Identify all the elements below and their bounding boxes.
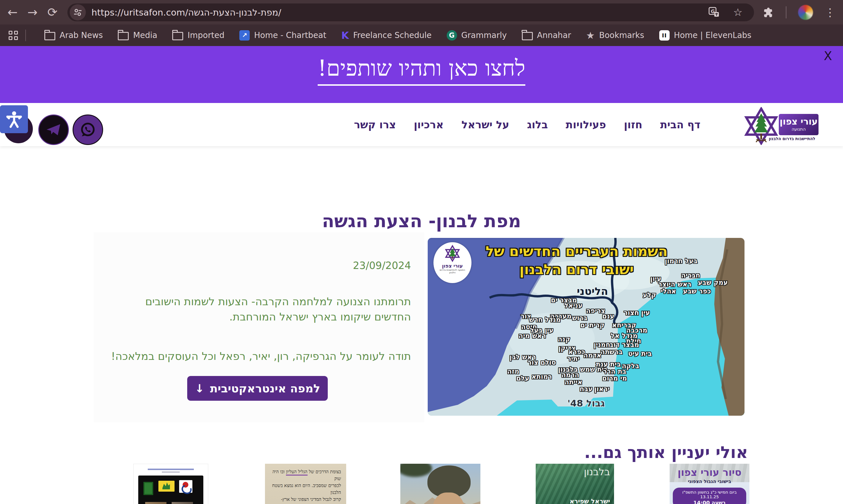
nav-item-2[interactable]: חזון: [624, 119, 642, 131]
green-logo: [143, 482, 153, 495]
folder-icon: [172, 32, 183, 40]
bookmark-item[interactable]: Arab News: [44, 31, 103, 40]
map-place-label: בעל חרמון: [665, 257, 697, 265]
back-button[interactable]: ←: [7, 6, 18, 18]
map-place-label: מגדל חרש: [529, 316, 561, 323]
bookmark-item[interactable]: KFreelance Schedule: [341, 30, 432, 41]
slide-photo-2: [172, 502, 193, 504]
nav-item-6[interactable]: ארכיון: [414, 119, 444, 131]
bookmark-item[interactable]: GGrammarly: [447, 30, 507, 40]
chartbeat-icon: ↗: [239, 30, 250, 40]
whatsapp-icon: [79, 121, 97, 138]
star-icon: ★: [586, 30, 595, 41]
map-place-label: עין חצור: [624, 309, 650, 317]
flyer-date-box: ביום חמישי כ"ג בחשוון התשפ"ו 13.11.25 בש…: [673, 488, 746, 504]
map-place-label: ראש היוצר: [658, 281, 691, 288]
logo-line2: התנועה: [779, 127, 819, 132]
browser-toolbar: ← → ⟳ https://uritsafon.com/מפת-לבנון-הצ…: [0, 0, 843, 24]
bookmarks-divider: [25, 30, 26, 41]
map-place-label: מזה: [507, 368, 519, 375]
flyer-subtitle: בישובי הגבול הצפוני: [670, 479, 750, 484]
down-arrow-icon: ↓: [195, 382, 204, 395]
article-paragraph-1: תרומתנו הצנועה למלחמה הקרבה- הצעות לשמות…: [106, 294, 411, 324]
slide-subtitle-line: [162, 471, 180, 473]
map-place-label: עלם: [516, 375, 529, 382]
flyer-title: סיור עורי צפון: [670, 467, 750, 478]
bookmark-item[interactable]: ↗Home - Chartbeat: [239, 30, 326, 40]
banner-close-button[interactable]: X: [824, 49, 832, 63]
map-place-label: ברוש: [572, 314, 587, 322]
bookmark-item[interactable]: ★Bookmarks: [586, 30, 644, 41]
map-place-label: רמותא: [532, 373, 552, 380]
related-thumb-scanned-page[interactable]: בצומת הדרכים של הגליל העליון ובו היה שוק…: [265, 464, 346, 504]
lebanon-map-image[interactable]: השמות העבריים החדשים של ישובי דרום הלבנו…: [428, 238, 744, 416]
nav-item-4[interactable]: בלוג: [527, 119, 548, 131]
red-blue-logo: [179, 480, 192, 493]
forest-title: בלבנון: [584, 466, 610, 478]
site-settings-icon[interactable]: [70, 4, 86, 20]
nav-item-3[interactable]: פעילויות: [566, 119, 606, 131]
map-place-label: עניאל: [564, 302, 582, 309]
promo-banner: לחצו כאן ותהיו שותפים! X: [0, 46, 843, 103]
map-place-label: אדמה: [584, 352, 602, 359]
forest-speaker-name: ישראל שפירא: [570, 498, 610, 504]
folder-icon: [118, 32, 129, 40]
logo-box: עורי צפון התנועה: [779, 114, 819, 135]
telegram-icon: [45, 121, 62, 138]
bookmarks-bar: Arab NewsMediaImported↗Home - ChartbeatK…: [0, 24, 843, 46]
bookmark-item[interactable]: IIHome | ElevenLabs: [659, 30, 752, 40]
map-place-label: חמנין: [593, 341, 610, 348]
map-place-label: יראון: [594, 385, 609, 393]
nav-item-1[interactable]: דף הבית: [660, 119, 701, 131]
main-nav: דף הביתחזוןפעילויותבלוגעל ישראלארכיוןצרו…: [354, 103, 701, 146]
logo-title: עורי צפון: [779, 116, 819, 127]
nav-item-5[interactable]: על ישראל: [461, 119, 509, 131]
elevenlabs-icon: II: [659, 30, 670, 40]
forward-button[interactable]: →: [27, 6, 37, 18]
profile-avatar[interactable]: [798, 5, 813, 20]
map-place-label: קרית ים: [580, 321, 604, 329]
nav-item-7[interactable]: צרו קשר: [354, 119, 396, 131]
accessibility-button[interactable]: [0, 105, 28, 133]
apps-grid-icon[interactable]: [8, 31, 18, 40]
telegram-button[interactable]: [38, 114, 69, 145]
article-paragraph-2: תודה לעומר על הגרפיקה, רון, יאיר, רפאל ו…: [106, 349, 411, 364]
map-place-label: קלע: [643, 291, 656, 299]
extensions-icon[interactable]: [761, 6, 774, 19]
url-text[interactable]: https://uritsafon.com/מפת-לבנון-הצעת-הגש…: [91, 7, 708, 18]
page-title: מפת לבנון- הצעת הגשה: [0, 211, 843, 232]
whatsapp-button[interactable]: [73, 114, 103, 145]
interactive-map-button-label: למפה אינטראקטיבית: [210, 382, 320, 395]
map-place-label: אהלי: [661, 287, 676, 295]
translate-icon[interactable]: G: [708, 6, 720, 18]
promo-link[interactable]: לחצו כאן ותהיו שותפים!: [0, 55, 843, 81]
related-heading: אולי יעניין אותך גם...: [584, 443, 748, 462]
site-logo[interactable]: עורי צפון התנועה להתיישבות בדרום הלבנון: [742, 107, 819, 146]
related-thumb-tour-flyer[interactable]: סיור עורי צפון בישובי הגבול הצפוני ביום …: [670, 464, 750, 504]
bookmark-item[interactable]: Imported: [172, 31, 224, 40]
tree-branch-shape: [400, 464, 432, 477]
bookmark-star-icon[interactable]: ☆: [733, 6, 742, 18]
browser-menu-icon[interactable]: ⋮: [825, 6, 836, 19]
slide-title-line: [148, 469, 194, 470]
promo-link-text[interactable]: לחצו כאן ותהיו שותפים!: [318, 55, 525, 86]
interactive-map-button[interactable]: למפה אינטראקטיבית ↓: [187, 376, 328, 401]
related-thumb-video-still[interactable]: [400, 464, 480, 504]
logo-line3: להתיישבות בדרום הלבנון: [766, 136, 818, 141]
map-place-label: ענם: [602, 312, 614, 320]
browser-window: ← → ⟳ https://uritsafon.com/מפת-לבנון-הצ…: [0, 0, 843, 504]
bookmark-item[interactable]: Annahar: [522, 31, 571, 40]
bookmark-item[interactable]: Media: [118, 31, 157, 40]
folder-icon: [44, 32, 55, 40]
map-place-label: עמק שבע: [698, 279, 728, 286]
tune-icon: [73, 7, 83, 18]
related-thumb-presentation[interactable]: [133, 464, 208, 504]
map-place-label: גבול 48': [567, 398, 605, 409]
map-place-label: מי מרום: [602, 375, 627, 382]
flyer-date-line: ביום חמישי כ"ג בחשוון התשפ"ו 13.11.25: [674, 490, 745, 499]
related-thumb-forest-video[interactable]: בלבנון ישראל שפירא מאיר רוטר | יצחק עבאד…: [536, 464, 614, 504]
reload-button[interactable]: ⟳: [47, 6, 57, 18]
flyer-time-line: בשעה 14:00: [674, 500, 745, 504]
address-bar[interactable]: https://uritsafon.com/מפת-לבנון-הצעת-הגש…: [67, 3, 754, 21]
map-place-label: ראש מיה: [518, 332, 546, 339]
